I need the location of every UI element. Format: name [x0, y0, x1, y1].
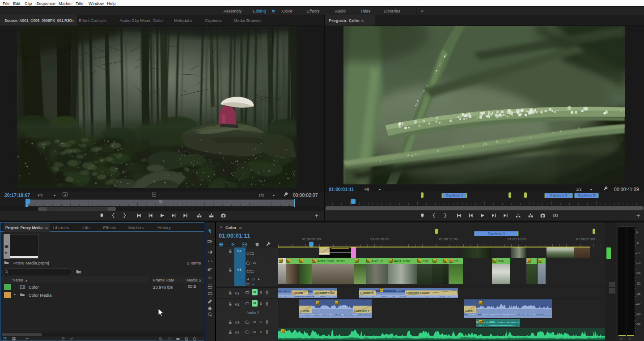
svg-text:Const: Const: [300, 309, 309, 313]
svg-text:Constant Power: Constant Power: [406, 291, 430, 295]
svg-text:Consta: Consta: [292, 291, 304, 295]
svg-text:Constant Pow: Constant Pow: [314, 291, 335, 295]
svg-text:Constant: Constant: [360, 291, 374, 295]
svg-text:Constant P: Constant P: [354, 309, 370, 313]
svg-text:Const: Const: [465, 309, 474, 313]
